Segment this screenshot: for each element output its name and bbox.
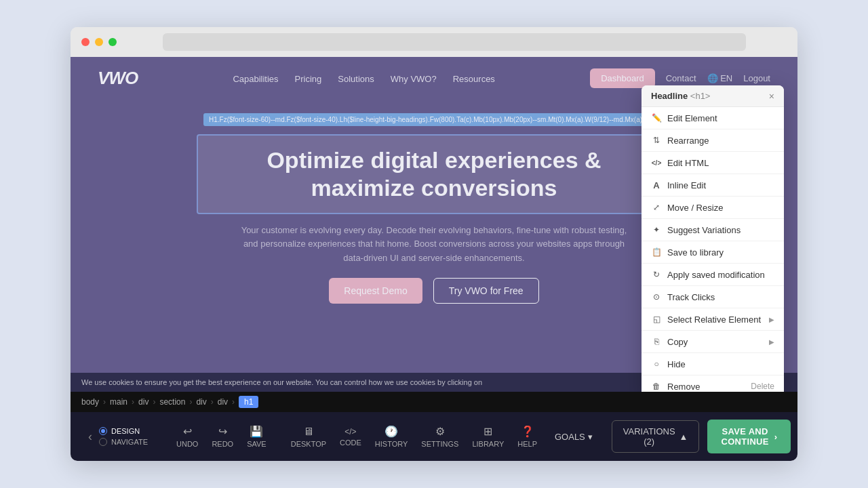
navigate-mode-option[interactable]: NAVIGATE xyxy=(99,438,148,446)
menu-label-select-relative: Select Relative Element xyxy=(667,314,761,325)
desktop-action[interactable]: 🖥 DESKTOP xyxy=(284,426,333,448)
breadcrumb-path: body › main › div › section › div › div … xyxy=(71,392,797,412)
goals-chevron-icon: ▾ xyxy=(588,432,593,442)
bc-h1[interactable]: h1 xyxy=(239,396,258,408)
menu-label-track-clicks: Track Clicks xyxy=(667,292,715,302)
bc-div1[interactable]: div xyxy=(138,397,149,407)
menu-item-copy[interactable]: ⎘ Copy ▶ xyxy=(642,331,784,353)
nav-why-vwo[interactable]: Why VWO? xyxy=(391,74,437,84)
context-menu-close[interactable]: × xyxy=(769,92,774,101)
logout-link[interactable]: Logout xyxy=(743,73,770,83)
menu-item-track-clicks[interactable]: ⊙ Track Clicks xyxy=(642,286,784,308)
menu-label-remove: Remove xyxy=(667,382,700,392)
menu-label-suggest-variations: Suggest Variations xyxy=(667,225,741,235)
language-selector[interactable]: 🌐 EN xyxy=(707,73,733,83)
bc-main[interactable]: main xyxy=(110,397,127,407)
nav-pricing[interactable]: Pricing xyxy=(295,74,322,84)
select-relative-icon: ◱ xyxy=(651,314,662,325)
move-resize-icon: ⤢ xyxy=(651,202,662,213)
edit-element-icon: ✏️ xyxy=(651,113,662,123)
menu-item-select-relative[interactable]: ◱ Select Relative Element ▶ xyxy=(642,308,784,331)
design-radio[interactable] xyxy=(99,427,107,435)
goals-button[interactable]: GOALS ▾ xyxy=(544,432,604,442)
menu-item-edit-html[interactable]: </> Edit HTML xyxy=(642,152,784,174)
bc-div3[interactable]: div xyxy=(218,397,228,407)
menu-label-move-resize: Move / Resize xyxy=(667,203,723,213)
menu-item-inline-edit[interactable]: A Inline Edit xyxy=(642,174,784,197)
settings-icon: ⚙ xyxy=(435,425,445,438)
inline-edit-icon: A xyxy=(651,180,662,190)
menu-label-inline-edit: Inline Edit xyxy=(667,180,706,190)
redo-action[interactable]: ↪ REDO xyxy=(205,425,240,448)
browser-chrome xyxy=(71,27,797,57)
close-button[interactable] xyxy=(81,38,90,46)
menu-item-save-library[interactable]: 📋 Save to library xyxy=(642,241,784,264)
code-action[interactable]: </> CODE xyxy=(333,427,368,447)
bc-section[interactable]: section xyxy=(159,397,185,407)
menu-item-move-resize[interactable]: ⤢ Move / Resize xyxy=(642,197,784,219)
nav-resources[interactable]: Resources xyxy=(453,74,495,84)
delete-label: Delete xyxy=(751,382,774,391)
desktop-icon: 🖥 xyxy=(303,426,314,438)
website-preview: VWO Capabilities Pricing Solutions Why V… xyxy=(71,57,797,392)
bc-body[interactable]: body xyxy=(81,397,99,407)
hide-icon: ○ xyxy=(651,359,662,369)
try-vwo-button[interactable]: Try VWO for Free xyxy=(433,278,539,304)
save-action[interactable]: 💾 SAVE xyxy=(240,425,273,448)
undo-icon: ↩ xyxy=(183,425,192,438)
variations-button[interactable]: VARIATIONS (2) ▲ xyxy=(612,420,700,453)
library-icon: ⊞ xyxy=(484,425,492,438)
menu-item-edit-element[interactable]: ✏️ Edit Element xyxy=(642,107,784,129)
element-selector-bar: H1.Fz($font-size-60)--md.Fz($font-size-4… xyxy=(203,113,665,126)
menu-item-remove[interactable]: 🗑 Remove Delete xyxy=(642,375,784,392)
contact-link[interactable]: Contact xyxy=(666,73,696,83)
settings-action[interactable]: ⚙ SETTINGS xyxy=(414,425,465,448)
undo-action[interactable]: ↩ UNDO xyxy=(170,425,205,448)
design-mode-option[interactable]: DESIGN xyxy=(99,427,148,435)
hero-subtext: Your customer is evolving every day. Dec… xyxy=(237,224,631,266)
apply-modification-icon: ↻ xyxy=(651,269,662,280)
help-icon: ❓ xyxy=(521,425,534,438)
rearrange-icon: ⇅ xyxy=(651,135,662,146)
menu-label-copy: Copy xyxy=(667,337,688,347)
fullscreen-button[interactable] xyxy=(108,38,117,46)
suggest-variations-icon: ✦ xyxy=(651,224,662,235)
nav-solutions[interactable]: Solutions xyxy=(338,74,374,84)
hero-headline-line2: maximize conversions xyxy=(311,175,557,201)
hero-headline: Optimize digital experiences & maximize … xyxy=(214,146,654,202)
nav-capabilities[interactable]: Capabilities xyxy=(233,74,278,84)
menu-item-suggest-variations[interactable]: ✦ Suggest Variations xyxy=(642,219,784,241)
history-action[interactable]: 🕐 HISTORY xyxy=(368,425,415,448)
history-icon: 🕐 xyxy=(384,425,398,438)
save-continue-button[interactable]: SAVE AND CONTINUE › xyxy=(707,420,791,453)
select-relative-arrow: ▶ xyxy=(769,316,774,323)
menu-item-apply-modification[interactable]: ↻ Apply saved modification xyxy=(642,264,784,286)
remove-icon: 🗑 xyxy=(651,381,662,392)
address-bar[interactable] xyxy=(163,33,746,51)
menu-label-edit-html: Edit HTML xyxy=(667,158,709,168)
code-icon: </> xyxy=(344,427,356,436)
menu-label-edit-element: Edit Element xyxy=(667,113,717,123)
save-library-icon: 📋 xyxy=(651,247,662,258)
save-icon: 💾 xyxy=(250,425,263,438)
menu-item-rearrange[interactable]: ⇅ Rearrange xyxy=(642,129,784,152)
hero-headline-line1: Optimize digital experiences & xyxy=(267,147,601,173)
edit-mode-selector: DESIGN NAVIGATE xyxy=(99,427,148,446)
minimize-button[interactable] xyxy=(95,38,103,46)
navigate-radio[interactable] xyxy=(99,438,107,446)
help-action[interactable]: ❓ HELP xyxy=(511,425,544,448)
editor-toolbar: ‹ DESIGN NAVIGATE ↩ UNDO ↪ REDO 💾 SAVE xyxy=(71,412,797,461)
library-action[interactable]: ⊞ LIBRARY xyxy=(465,425,511,448)
menu-label-rearrange: Rearrange xyxy=(667,136,709,146)
context-menu-header: Headline <h1> × xyxy=(642,85,784,107)
site-logo: VWO xyxy=(98,68,138,89)
cookie-text: We use cookies to ensure you get the bes… xyxy=(81,378,482,386)
edit-html-icon: </> xyxy=(651,157,662,168)
headline-selected-box: Optimize digital experiences & maximize … xyxy=(197,134,671,214)
menu-item-hide[interactable]: ○ Hide xyxy=(642,353,784,375)
menu-label-save-library: Save to library xyxy=(667,247,724,258)
bc-div2[interactable]: div xyxy=(196,397,206,407)
back-button[interactable]: ‹ xyxy=(81,412,99,461)
request-demo-button[interactable]: Request Demo xyxy=(329,278,422,304)
context-menu-title: Headline <h1> xyxy=(651,91,710,101)
